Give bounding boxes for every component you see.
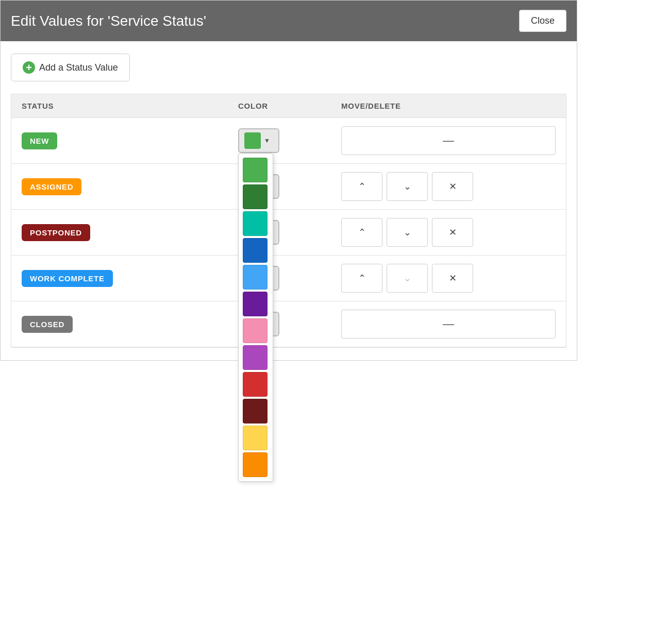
- delete-button-assigned[interactable]: ✕: [432, 172, 473, 201]
- move-down-button-work-complete[interactable]: ⌄: [387, 264, 428, 293]
- add-icon: +: [23, 61, 35, 74]
- status-badge-work-complete: WORK COMPLETE: [22, 270, 113, 287]
- col-header-status: STATUS: [22, 101, 238, 110]
- color-dropdown-button-new[interactable]: ▼: [238, 128, 279, 153]
- move-up-button-postponed[interactable]: ⌃: [341, 218, 382, 247]
- color-option-light-blue[interactable]: [243, 265, 268, 290]
- table-row: ASSIGNED ▼ ⌃ ⌄ ✕: [11, 164, 566, 210]
- move-up-button-assigned[interactable]: ⌃: [341, 172, 382, 201]
- status-cell: NEW: [22, 132, 238, 149]
- move-delete-cell-closed: —: [341, 310, 556, 338]
- dropdown-arrow-new: ▼: [264, 137, 270, 144]
- color-swatch-new: [244, 132, 261, 149]
- color-option-dark-blue[interactable]: [243, 238, 268, 263]
- color-option-dark-red[interactable]: [243, 399, 268, 423]
- status-badge-postponed: POSTPONED: [22, 224, 90, 241]
- color-option-pink[interactable]: [243, 318, 268, 343]
- delete-button-work-complete[interactable]: ✕: [432, 264, 473, 293]
- status-cell: CLOSED: [22, 316, 238, 333]
- color-option-orange[interactable]: [243, 452, 268, 477]
- move-down-button-assigned[interactable]: ⌄: [387, 172, 428, 201]
- modal-body: + Add a Status Value STATUS COLOR MOVE/D…: [1, 41, 577, 360]
- col-header-move-delete: MOVE/DELETE: [341, 101, 556, 110]
- table-row: NEW ▼: [11, 118, 566, 164]
- color-option-violet[interactable]: [243, 345, 268, 370]
- color-option-dark-green[interactable]: [243, 184, 268, 209]
- status-cell: POSTPONED: [22, 224, 238, 241]
- status-badge-new: NEW: [22, 132, 57, 149]
- status-cell: ASSIGNED: [22, 178, 238, 195]
- col-header-color: COLOR: [238, 101, 341, 110]
- move-down-button-postponed[interactable]: ⌄: [387, 218, 428, 247]
- move-delete-cell-assigned: ⌃ ⌄ ✕: [341, 172, 556, 201]
- color-option-red[interactable]: [243, 372, 268, 397]
- delete-button-postponed[interactable]: ✕: [432, 218, 473, 247]
- table-row: POSTPONED ▼ ⌃ ⌄ ✕: [11, 210, 566, 256]
- move-up-button-work-complete[interactable]: ⌃: [341, 264, 382, 293]
- color-option-purple[interactable]: [243, 292, 268, 316]
- color-option-teal[interactable]: [243, 211, 268, 236]
- add-button-label: Add a Status Value: [39, 62, 118, 73]
- close-button[interactable]: Close: [519, 10, 566, 32]
- table-row: WORK COMPLETE ▼ ⌃ ⌄ ✕: [11, 256, 566, 301]
- status-badge-assigned: ASSIGNED: [22, 178, 81, 195]
- color-option-yellow[interactable]: [243, 426, 268, 450]
- status-badge-closed: CLOSED: [22, 316, 73, 333]
- no-move-closed: —: [341, 310, 556, 338]
- color-option-green[interactable]: [243, 158, 268, 182]
- status-cell: WORK COMPLETE: [22, 270, 238, 287]
- no-move-new: —: [341, 126, 556, 155]
- move-delete-cell-postponed: ⌃ ⌄ ✕: [341, 218, 556, 247]
- status-table: STATUS COLOR MOVE/DELETE NEW ▼: [11, 94, 566, 348]
- move-delete-cell-work-complete: ⌃ ⌄ ✕: [341, 264, 556, 293]
- color-dropdown-new: [238, 153, 273, 482]
- add-status-button[interactable]: + Add a Status Value: [11, 54, 130, 81]
- modal-title: Edit Values for 'Service Status': [11, 13, 206, 29]
- move-delete-cell-new: —: [341, 126, 556, 155]
- modal-header: Edit Values for 'Service Status' Close: [1, 1, 577, 41]
- table-header: STATUS COLOR MOVE/DELETE: [11, 94, 566, 118]
- modal-container: Edit Values for 'Service Status' Close +…: [0, 0, 577, 361]
- color-picker-new: ▼: [238, 128, 279, 153]
- table-row: CLOSED ▼ —: [11, 301, 566, 347]
- color-cell: ▼: [238, 128, 341, 153]
